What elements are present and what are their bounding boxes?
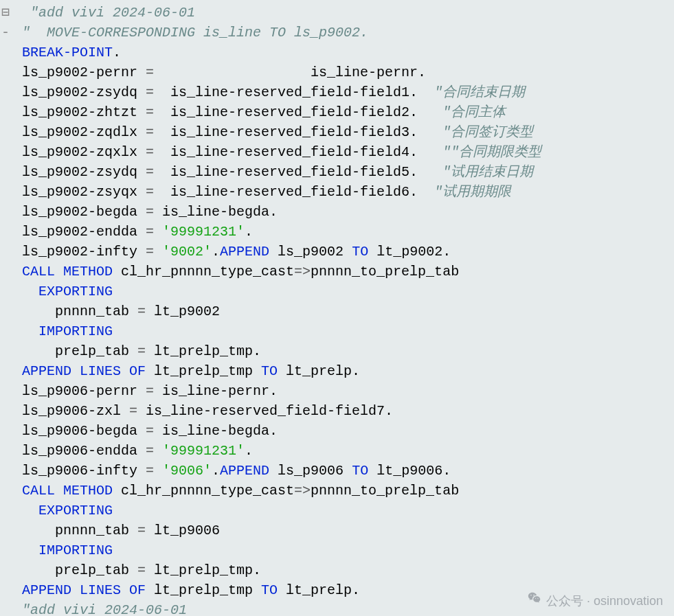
code-line[interactable]: ls_p9006-begda = is_line-begda. [14,421,674,441]
code-line[interactable]: EXPORTING [14,501,674,521]
code-token: = [146,104,154,120]
code-token: ls_p9006-zxl [14,403,129,419]
code-token: is_line-pernr. [154,65,426,80]
code-token: = [146,65,154,80]
code-token: APPEND LINES OF [14,582,146,598]
code-token: = [146,204,154,220]
code-editor-viewport[interactable]: "add vivi 2024-06-01 " MOVE-CORRESPONDIN… [14,3,674,616]
code-token: => [294,264,311,280]
code-token: . [212,463,220,479]
code-token: ls_p9006-pernr [14,383,146,399]
code-token: . [113,45,121,60]
code-token: => [294,483,311,499]
code-token: ls_p9002-pernr [14,65,146,80]
code-token: ls_p9002-begda [14,204,146,220]
code-line[interactable]: ls_p9006-infty = '9006'.APPEND ls_p9006 … [14,461,674,481]
code-token: ls_p9006 [269,463,352,479]
code-token: = [146,383,154,399]
code-token: is_line-begda. [154,423,278,439]
code-line[interactable]: ls_p9002-zqxlx = is_line-reserved_field-… [14,142,674,162]
code-line[interactable]: IMPORTING [14,321,674,341]
code-token: TO [352,244,368,260]
code-token: = [146,124,154,140]
code-line[interactable]: ls_p9002-endda = '99991231'. [14,222,674,242]
code-token: EXPORTING [14,284,113,299]
code-token: cl_hr_pnnnn_type_cast [113,483,294,499]
code-token: TO [352,463,368,479]
code-token: lt_prelp_tmp. [146,562,261,578]
code-token: = [146,443,154,459]
code-line[interactable]: ls_p9002-zhtzt = is_line-reserved_field-… [14,102,674,122]
code-token: '99991231' [154,443,245,459]
code-token: TO [261,363,278,379]
code-token: ls_p9006-endda [14,443,146,459]
code-line[interactable]: EXPORTING [14,282,674,301]
code-token: lt_prelp_tmp [146,363,261,379]
code-line[interactable]: ls_p9002-zqdlx = is_line-reserved_field-… [14,122,674,142]
code-line[interactable]: " MOVE-CORRESPONDING is_line TO ls_p9002… [14,23,674,43]
code-token: ls_p9002-infty [14,244,146,260]
code-line[interactable]: CALL METHOD cl_hr_pnnnn_type_cast=>pnnnn… [14,262,674,282]
code-token: '9006' [154,463,212,479]
code-line[interactable]: ls_p9006-zxl = is_line-reserved_field-fi… [14,401,674,421]
wechat-icon [527,591,542,612]
code-line[interactable]: ls_p9002-zsydq = is_line-reserved_field-… [14,162,674,182]
code-line[interactable]: pnnnn_tab = lt_p9002 [14,301,674,321]
code-line[interactable]: ls_p9002-zsyqx = is_line-reserved_field-… [14,182,674,202]
watermark-label: 公众号 · osinnovation [546,591,663,611]
watermark: 公众号 · osinnovation [527,591,663,612]
code-token: lt_p9006. [368,463,451,479]
code-token: ls_p9002-zqxlx [14,144,146,160]
code-token: . [245,443,253,459]
code-line[interactable]: ls_p9002-pernr = is_line-pernr. [14,62,674,82]
code-token: pnnnn_to_prelp_tab [311,483,459,499]
code-token: is_line-pernr. [154,383,278,399]
code-line[interactable]: CALL METHOD cl_hr_pnnnn_type_cast=>pnnnn… [14,481,674,501]
code-token: lt_prelp. [278,582,360,598]
code-line[interactable]: ls_p9006-pernr = is_line-pernr. [14,381,674,401]
code-token: is_line-reserved_field-field3. [154,124,442,140]
code-token: ""合同期限类型 [442,144,541,160]
code-token: is_line-begda. [154,204,278,220]
code-token: CALL METHOD [14,483,113,499]
code-line[interactable]: pnnnn_tab = lt_p9006 [14,521,674,540]
code-line[interactable]: BREAK-POINT. [14,43,674,62]
code-token: = [137,523,146,538]
code-token: is_line-reserved_field-field5. [154,164,442,180]
code-line[interactable]: IMPORTING [14,540,674,560]
code-token: '9002' [154,244,212,260]
code-line[interactable]: ls_p9006-endda = '99991231'. [14,441,674,461]
fold-line-icon: - [0,23,14,43]
code-token: is_line-reserved_field-field1. [154,84,434,100]
code-token: TO [261,582,278,598]
code-token: = [137,343,146,359]
code-token: prelp_tab [14,343,137,359]
code-line[interactable]: APPEND LINES OF lt_prelp_tmp TO lt_prelp… [14,361,674,381]
code-line[interactable]: prelp_tab = lt_prelp_tmp. [14,341,674,361]
code-line[interactable]: "add vivi 2024-06-01 [14,3,674,23]
code-token: lt_prelp. [278,363,360,379]
code-token: . [212,244,220,260]
code-token: = [146,244,154,260]
code-token: pnnnn_tab [14,304,137,319]
code-token: prelp_tab [14,562,137,578]
code-token: ls_p9002-zsyqx [14,184,146,200]
code-token: "add vivi 2024-06-01 [14,602,187,616]
fold-icon[interactable]: ⊟ [0,3,14,23]
code-line[interactable]: ls_p9002-infty = '9002'.APPEND ls_p9002 … [14,242,674,262]
code-line[interactable]: ls_p9002-zsydq = is_line-reserved_field-… [14,82,674,102]
code-token: ls_p9002-zsydq [14,84,146,100]
code-token: CALL METHOD [14,264,113,280]
code-token: "试用结束日期 [442,164,533,180]
code-line[interactable]: ls_p9002-begda = is_line-begda. [14,202,674,222]
code-token: "合同结束日期 [434,84,525,100]
code-token: '99991231' [154,224,245,240]
code-token: EXPORTING [14,503,113,518]
code-token: = [146,84,154,100]
code-token: = [146,184,154,200]
code-token: IMPORTING [14,323,113,339]
code-token: ls_p9006-infty [14,463,146,479]
code-token: "试用期期限 [434,184,511,200]
code-token: = [146,224,154,240]
code-line[interactable]: prelp_tab = lt_prelp_tmp. [14,560,674,580]
